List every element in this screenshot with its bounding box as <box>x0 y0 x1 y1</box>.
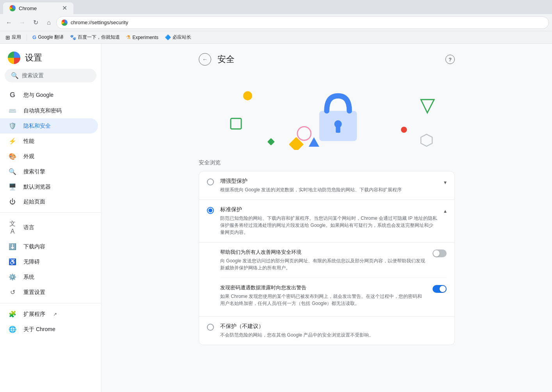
apps-button[interactable]: ⊞ 应用 <box>3 33 23 41</box>
sidebar-label-accessibility: 无障碍 <box>23 258 40 265</box>
sub-option-password-text: 发现密码遭遇数据泄露时向您发出警告 如果 Chrome 发现您使用的某个密码已被… <box>220 284 426 307</box>
option-title-standard: 标准保护 <box>220 206 438 213</box>
page-title: 安全 <box>217 53 235 65</box>
url-text: chrome://settings/security <box>71 20 128 25</box>
toolbar: ← → ↻ ⌂ chrome://settings/security <box>0 14 552 31</box>
main-layout: 设置 🔍 搜索设置 G 您与 Google ⌨️ 自动填充和密码 🛡️ 隐私和安… <box>0 44 552 392</box>
forward-button[interactable]: → <box>16 17 28 29</box>
chrome-logo <box>8 52 20 64</box>
sidebar-item-startup[interactable]: ⏻ 起始页面 <box>0 194 98 209</box>
system-icon: ⚙️ <box>8 273 17 281</box>
sidebar-item-reset[interactable]: ↺ 重置设置 <box>0 285 98 300</box>
settings-title: 设置 <box>25 52 42 64</box>
help-button[interactable]: ? <box>445 55 455 64</box>
sub-option-improve-desc: 向 Google 发送您访问过的部分网页的网址、有限的系统信息以及部分网页内容，… <box>220 257 426 271</box>
sub-option-improve: 帮助我们为所有人改善网络安全环境 向 Google 发送您访问过的部分网页的网址… <box>220 242 447 278</box>
security-svg <box>199 72 455 150</box>
svg-marker-11 <box>421 134 432 146</box>
chrome-logo-small <box>61 20 68 26</box>
sidebar-item-default-browser[interactable]: 🖥️ 默认浏览器 <box>0 179 98 194</box>
sidebar-item-system[interactable]: ⚙️ 系统 <box>0 269 98 285</box>
bookmarks-bar: ⊞ 应用 G Google 翻译 🐾 百度一下，你就知道 ⚗ Experimen… <box>0 31 552 44</box>
svg-point-3 <box>243 91 252 100</box>
bookmark-baidu[interactable]: 🐾 百度一下，你就知道 <box>68 33 122 41</box>
option-standard[interactable]: 标准保护 防范已知危险的网站、下载内容和扩展程序。当您访问某个网站时，Chrom… <box>199 200 454 242</box>
svg-point-6 <box>297 127 311 141</box>
svg-marker-10 <box>421 100 434 113</box>
search-icon: 🔍 <box>11 72 19 79</box>
sidebar-label-startup: 起始页面 <box>23 198 45 205</box>
sidebar-label-about: 关于 Chrome <box>23 326 55 333</box>
collapse-icon-standard: ▴ <box>444 208 447 214</box>
browser-icon: 🖥️ <box>8 183 17 191</box>
radio-standard-inner <box>208 208 212 212</box>
appearance-icon: 🎨 <box>8 153 17 160</box>
radio-no-protect[interactable] <box>207 324 214 331</box>
tab-close-icon[interactable]: ✕ <box>62 5 67 11</box>
expanded-standard-content: 帮助我们为所有人改善网络安全环境 向 Google 发送您访问过的部分网页的网址… <box>199 242 454 316</box>
option-no-protect[interactable]: 不保护（不建议） 不会防范危险的网站，您在其他 Google 产品中的安全浏览设… <box>199 316 454 345</box>
active-tab[interactable]: Chrome ✕ <box>3 2 73 14</box>
bookmark-experiments[interactable]: ⚗ Experiments <box>124 34 161 41</box>
radio-enhanced[interactable] <box>207 178 214 185</box>
home-button[interactable]: ⌂ <box>43 17 55 29</box>
bookmark-google-translate[interactable]: G Google 翻译 <box>30 33 66 41</box>
sidebar-item-downloads[interactable]: ⬇️ 下载内容 <box>0 239 98 254</box>
safe-browsing-section-title: 安全浏览 <box>199 159 455 166</box>
settings-search-bar[interactable]: 🔍 搜索设置 <box>5 69 96 82</box>
option-enhanced[interactable]: 增强型保护 根据系统向 Google 发送的浏览数据，实时地主动防范危险的网站、… <box>199 171 454 200</box>
sidebar-item-search[interactable]: 🔍 搜索引擎 <box>0 164 98 179</box>
privacy-icon: 🛡️ <box>8 122 17 130</box>
sidebar-label-performance: 性能 <box>23 138 34 145</box>
sidebar-label-language: 语言 <box>23 224 34 231</box>
svg-rect-4 <box>231 118 241 129</box>
back-button[interactable]: ← <box>3 17 15 29</box>
sidebar-label-downloads: 下载内容 <box>23 243 45 250</box>
search-placeholder: 搜索设置 <box>22 72 44 79</box>
sidebar-item-performance[interactable]: ⚡ 性能 <box>0 134 98 149</box>
autofill-icon: ⌨️ <box>8 107 17 114</box>
option-desc-standard: 防范已知危险的网站、下载内容和扩展程序。当您访问某个网站时，Chrome 会通过… <box>220 215 438 236</box>
back-button-security[interactable]: ← <box>199 53 211 66</box>
sidebar-item-about[interactable]: 🌐 关于 Chrome <box>0 322 98 337</box>
sidebar-label-default: 默认浏览器 <box>23 184 51 191</box>
sidebar-item-appearance[interactable]: 🎨 外观 <box>0 149 98 164</box>
option-title-no-protect: 不保护（不建议） <box>220 323 447 330</box>
content-area: ← 安全 ? <box>101 44 552 392</box>
performance-icon: ⚡ <box>8 137 17 145</box>
sidebar-item-privacy[interactable]: 🛡️ 隐私和安全 <box>0 118 98 134</box>
sidebar-label-reset: 重置设置 <box>23 289 45 296</box>
sidebar-label-search: 搜索引擎 <box>23 168 45 175</box>
sidebar-item-google[interactable]: G 您与 Google <box>0 87 98 103</box>
sub-option-password-title: 发现密码遭遇数据泄露时向您发出警告 <box>220 284 426 291</box>
sidebar-item-accessibility[interactable]: ♿ 无障碍 <box>0 254 98 269</box>
option-text-no-protect: 不保护（不建议） 不会防范危险的网站，您在其他 Google 产品中的安全浏览设… <box>220 323 447 339</box>
toggle-password[interactable] <box>433 285 447 293</box>
sidebar-divider2 <box>0 303 101 303</box>
sidebar-label-appearance: 外观 <box>23 153 34 160</box>
option-desc-enhanced: 根据系统向 Google 发送的浏览数据，实时地主动防范危险的网站、下载内容和扩… <box>220 186 438 193</box>
sidebar-label-autofill: 自动填充和密码 <box>23 107 62 114</box>
sidebar-item-extensions[interactable]: 🧩 扩展程序 ↗ <box>0 306 98 322</box>
options-card: 增强型保护 根据系统向 Google 发送的浏览数据，实时地主动防范危险的网站、… <box>199 171 455 345</box>
option-title-enhanced: 增强型保护 <box>220 178 438 185</box>
sub-option-improve-title: 帮助我们为所有人改善网络安全环境 <box>220 249 426 256</box>
security-illustration <box>199 72 455 150</box>
reload-button[interactable]: ↻ <box>30 17 41 29</box>
google-icon: G <box>8 91 17 99</box>
sub-option-password-desc: 如果 Chrome 发现您使用的某个密码已被发布到网上，就会发出警告。在这个过程… <box>220 293 426 307</box>
content-inner: ← 安全 ? <box>186 44 467 355</box>
radio-standard[interactable] <box>207 207 214 214</box>
sub-option-improve-text: 帮助我们为所有人改善网络安全环境 向 Google 发送您访问过的部分网页的网址… <box>220 249 426 271</box>
external-link-icon: ↗ <box>53 312 57 317</box>
sidebar-item-language[interactable]: 文A 语言 <box>0 216 98 239</box>
toggle-improve[interactable] <box>433 249 447 257</box>
bookmark-bing[interactable]: 🔷 必应站长 <box>162 33 194 41</box>
svg-point-9 <box>401 127 407 133</box>
address-bar[interactable]: chrome://settings/security <box>56 16 549 29</box>
language-icon: 文A <box>8 220 17 235</box>
collapse-icon-enhanced: ▾ <box>444 179 447 185</box>
extensions-icon: 🧩 <box>8 310 17 318</box>
sidebar-item-autofill[interactable]: ⌨️ 自动填充和密码 <box>0 103 98 118</box>
svg-marker-8 <box>309 137 319 147</box>
